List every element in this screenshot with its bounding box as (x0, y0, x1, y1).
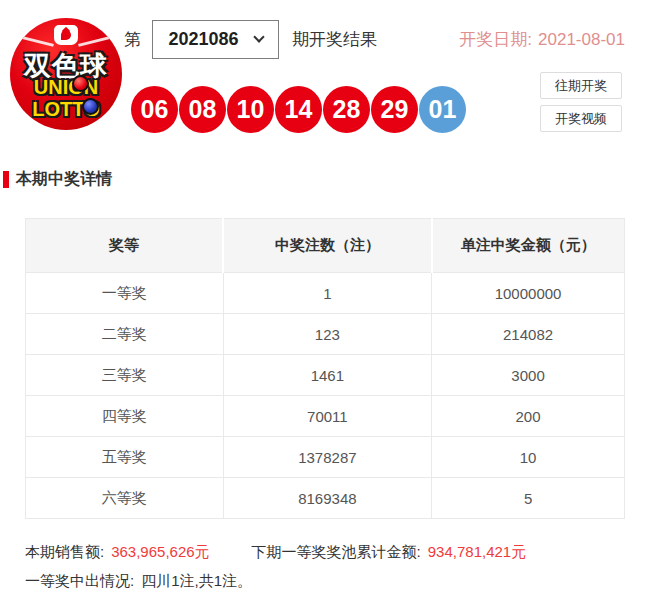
prize-amount: 10 (432, 437, 625, 478)
red-ball-6: 29 (371, 86, 418, 133)
prize-level: 一等奖 (26, 273, 224, 314)
table-row: 五等奖 1378287 10 (26, 437, 625, 478)
issue-prefix-label: 第 (124, 28, 141, 51)
winning-bets: 8169348 (223, 478, 431, 519)
logo-roof-left (22, 36, 54, 47)
prize-table-header-row: 奖等 中奖注数（注） 单注中奖金额（元） (26, 219, 625, 273)
section-title-text: 本期中奖详情 (16, 169, 112, 190)
prize-level: 二等奖 (26, 314, 224, 355)
col-header-prize-level: 奖等 (26, 219, 224, 273)
table-row: 三等奖 1461 3000 (26, 355, 625, 396)
winning-bets: 1378287 (223, 437, 431, 478)
prize-amount: 3000 (432, 355, 625, 396)
issue-number: 2021086 (168, 29, 238, 50)
winning-bets: 1 (223, 273, 431, 314)
col-header-winning-bets: 中奖注数（注） (223, 219, 431, 273)
red-ball-3: 10 (227, 86, 274, 133)
table-row: 四等奖 70011 200 (26, 396, 625, 437)
first-prize-location-line: 一等奖中出情况: 四川1注,共1注。 (25, 572, 526, 591)
first-prize-value: 四川1注,共1注。 (141, 572, 252, 591)
draw-date: 开奖日期:2021-08-01 (459, 28, 625, 51)
lottery-results-page: 双色球 UNION LOTTO 第 2021086 期开奖结果 开奖日期:202… (0, 0, 650, 599)
logo-title-lotto: LOTTO (10, 98, 122, 121)
prize-level: 三等奖 (26, 355, 224, 396)
sales-value: 363,965,626元 (111, 543, 209, 562)
winning-bets: 123 (223, 314, 431, 355)
prize-level: 四等奖 (26, 396, 224, 437)
draw-date-label: 开奖日期: (459, 30, 532, 49)
logo-blue-ball-icon (82, 98, 99, 115)
prize-table: 奖等 中奖注数（注） 单注中奖金额（元） 一等奖 1 10000000 二等奖 … (25, 218, 625, 519)
prize-level: 五等奖 (26, 437, 224, 478)
section-title: 本期中奖详情 (3, 169, 112, 190)
logo-roof-right (78, 36, 110, 47)
sales-label: 本期销售额: (25, 543, 104, 562)
sales-and-pool-line: 本期销售额: 363,965,626元 下期一等奖奖池累计金额: 934,781… (25, 543, 526, 562)
winning-bets: 1461 (223, 355, 431, 396)
red-ball-1: 06 (131, 86, 178, 133)
draw-date-value: 2021-08-01 (538, 30, 625, 49)
union-lotto-logo: 双色球 UNION LOTTO (10, 18, 122, 130)
logo-title-union: UNION (10, 76, 122, 99)
issue-select[interactable]: 2021086 (152, 20, 279, 59)
pool-label: 下期一等奖奖池累计金额: (252, 543, 421, 562)
winning-numbers: 06 08 10 14 28 29 01 (131, 86, 466, 133)
prize-level: 六等奖 (26, 478, 224, 519)
prize-amount: 200 (432, 396, 625, 437)
pool-value: 934,781,421元 (428, 543, 526, 562)
draw-video-button[interactable]: 开奖视频 (540, 105, 622, 132)
side-buttons: 往期开奖 开奖视频 (540, 72, 622, 138)
winning-bets: 70011 (223, 396, 431, 437)
red-ball-2: 08 (179, 86, 226, 133)
col-header-prize-amount: 单注中奖金额（元） (432, 219, 625, 273)
table-row: 六等奖 8169348 5 (26, 478, 625, 519)
table-row: 二等奖 123 214082 (26, 314, 625, 355)
chevron-down-icon (253, 31, 264, 42)
red-ball-5: 28 (323, 86, 370, 133)
table-row: 一等奖 1 10000000 (26, 273, 625, 314)
prize-amount: 214082 (432, 314, 625, 355)
prize-amount: 10000000 (432, 273, 625, 314)
red-ball-4: 14 (275, 86, 322, 133)
first-prize-label: 一等奖中出情况: (25, 572, 134, 591)
section-accent-bar (3, 171, 9, 188)
issue-selector-row: 第 2021086 期开奖结果 (124, 20, 377, 59)
past-draws-button[interactable]: 往期开奖 (540, 72, 622, 99)
issue-suffix-label: 期开奖结果 (292, 28, 377, 51)
summary: 本期销售额: 363,965,626元 下期一等奖奖池累计金额: 934,781… (25, 543, 526, 591)
logo-red-ball-icon (72, 75, 89, 92)
blue-ball: 01 (419, 86, 466, 133)
welfare-lottery-emblem-icon (54, 25, 78, 45)
prize-amount: 5 (432, 478, 625, 519)
